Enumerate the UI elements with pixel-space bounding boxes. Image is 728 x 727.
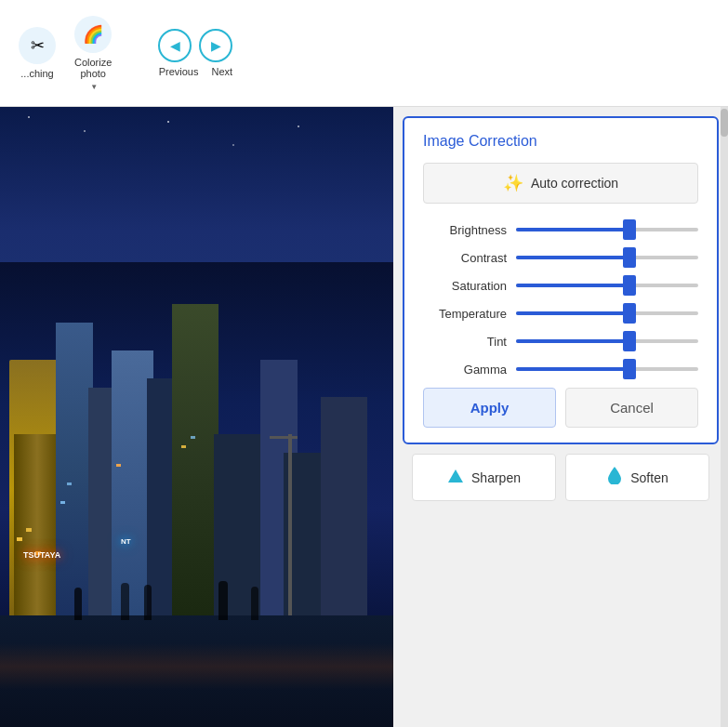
gamma-fill <box>516 367 629 371</box>
saturation-row: Saturation <box>423 276 698 295</box>
neon-sign-2: NT <box>121 537 131 546</box>
cancel-button[interactable]: Cancel <box>565 388 698 428</box>
toolbar-item-retouching[interactable]: ✂ ...ching <box>19 27 56 79</box>
toolbar-item-colorize[interactable]: 🌈 Colorizephoto ▼ <box>74 16 112 91</box>
building-6 <box>172 304 218 620</box>
nav-labels: Previous Next <box>159 66 232 77</box>
star-2 <box>84 130 86 132</box>
retouching-label: ...ching <box>20 68 53 79</box>
sharpen-button[interactable]: Sharpen <box>412 454 556 501</box>
next-label: Next <box>211 66 232 77</box>
auto-correction-button[interactable]: ✨ Auto correction <box>423 163 698 204</box>
person-5 <box>251 587 258 620</box>
brightness-fill <box>516 228 629 231</box>
toolbar: ✂ ...ching 🌈 Colorizephoto ▼ ◀ ▶ Previou… <box>0 0 728 107</box>
pole <box>288 434 292 620</box>
tint-label: Tint <box>423 335 507 349</box>
bottom-buttons: Sharpen Soften <box>403 454 719 501</box>
star-3 <box>167 121 169 123</box>
scrollbar-track[interactable] <box>721 107 728 727</box>
nav-prev-next: ◀ ▶ Previous Next <box>158 29 232 77</box>
temperature-slider[interactable] <box>516 304 698 323</box>
next-button[interactable]: ▶ <box>199 29 232 62</box>
window-light-4 <box>60 501 65 504</box>
brightness-track <box>516 228 698 231</box>
photo-background: TSUTAYA NT <box>0 107 393 727</box>
contrast-slider[interactable] <box>516 248 698 267</box>
contrast-fill <box>516 256 629 259</box>
window-light-6 <box>116 464 121 467</box>
person-4 <box>218 581 228 620</box>
saturation-thumb[interactable] <box>623 275 636 296</box>
temperature-row: Temperature <box>423 304 698 323</box>
tint-row: Tint <box>423 332 698 350</box>
tint-track <box>516 339 698 343</box>
brightness-slider[interactable] <box>516 220 698 239</box>
apply-button[interactable]: Apply <box>423 388 556 428</box>
wand-icon: ✨ <box>503 173 523 193</box>
street-light-reflection <box>0 643 393 690</box>
scrollbar-thumb[interactable] <box>721 109 728 137</box>
colorize-icon: 🌈 <box>74 16 112 53</box>
saturation-track <box>516 284 698 287</box>
drop-icon <box>606 466 623 489</box>
saturation-fill <box>516 284 629 287</box>
saturation-slider[interactable] <box>516 276 698 295</box>
soften-label: Soften <box>630 470 668 485</box>
window-light-7 <box>181 445 186 448</box>
window-light-8 <box>191 436 195 439</box>
previous-button[interactable]: ◀ <box>158 29 192 62</box>
temperature-label: Temperature <box>423 307 507 321</box>
person-2 <box>121 583 129 620</box>
window-light-1 <box>17 537 22 541</box>
star-5 <box>298 126 299 127</box>
photo-area: TSUTAYA NT <box>0 107 393 727</box>
tint-slider[interactable] <box>516 332 698 350</box>
saturation-label: Saturation <box>423 279 507 293</box>
correction-box: Image Correction ✨ Auto correction Brigh… <box>403 116 719 444</box>
building-1-overlay <box>14 434 60 620</box>
building-2 <box>56 323 93 620</box>
triangle-icon <box>447 468 464 487</box>
nav-arrows-container: ◀ ▶ <box>158 29 232 62</box>
window-light-2 <box>26 528 32 532</box>
right-panel: Image Correction ✨ Auto correction Brigh… <box>393 107 728 727</box>
tint-fill <box>516 339 629 343</box>
gamma-thumb[interactable] <box>623 359 636 379</box>
auto-correction-label: Auto correction <box>531 176 618 191</box>
contrast-label: Contrast <box>423 251 507 265</box>
correction-title: Image Correction <box>423 133 698 150</box>
colorize-dropdown-arrow: ▼ <box>90 83 98 91</box>
brightness-row: Brightness <box>423 220 698 239</box>
temperature-track <box>516 311 698 315</box>
brightness-label: Brightness <box>423 223 507 237</box>
contrast-row: Contrast <box>423 248 698 267</box>
tint-thumb[interactable] <box>623 331 636 351</box>
pole-arm <box>270 436 298 439</box>
neon-sign-1: TSUTAYA <box>23 550 60 560</box>
gamma-row: Gamma <box>423 360 698 378</box>
contrast-track <box>516 256 698 259</box>
contrast-thumb[interactable] <box>623 247 636 268</box>
retouching-icon: ✂ <box>19 27 56 64</box>
temperature-fill <box>516 311 629 315</box>
person-1 <box>74 588 82 620</box>
person-3 <box>144 585 152 620</box>
brightness-thumb[interactable] <box>623 219 636 240</box>
temperature-thumb[interactable] <box>623 303 636 324</box>
svg-marker-0 <box>448 469 463 482</box>
building-10 <box>321 397 367 620</box>
gamma-label: Gamma <box>423 363 507 377</box>
gamma-slider[interactable] <box>516 360 698 378</box>
colorize-label: Colorizephoto <box>74 57 112 79</box>
previous-label: Previous <box>159 66 199 77</box>
main-area: TSUTAYA NT Image Correction <box>0 107 728 727</box>
gamma-track <box>516 367 698 371</box>
star-4 <box>232 144 234 146</box>
sharpen-label: Sharpen <box>471 470 521 485</box>
action-buttons: Apply Cancel <box>423 388 698 428</box>
soften-button[interactable]: Soften <box>565 454 709 501</box>
window-light-5 <box>67 482 72 485</box>
star-1 <box>28 116 30 118</box>
